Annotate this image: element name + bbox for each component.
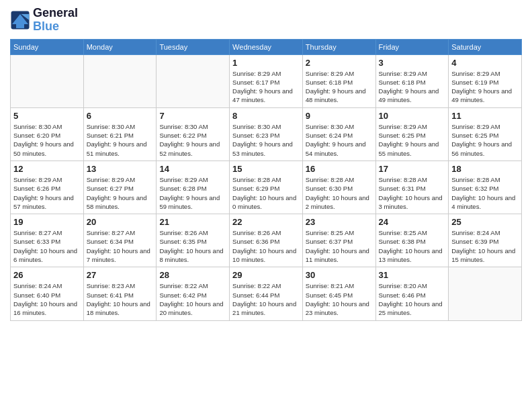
day-info: Sunrise: 8:29 AM Sunset: 6:18 PM Dayligh… [306, 69, 373, 105]
calendar-cell [449, 267, 522, 320]
day-number: 11 [451, 111, 519, 121]
day-number: 1 [232, 58, 300, 68]
calendar-day-header: Monday [83, 39, 157, 54]
day-info: Sunrise: 8:29 AM Sunset: 6:17 PM Dayligh… [232, 69, 300, 105]
calendar-day-header: Sunday [11, 39, 84, 54]
day-number: 25 [451, 217, 519, 227]
day-number: 23 [306, 217, 373, 227]
day-number: 7 [159, 111, 226, 121]
day-number: 17 [379, 164, 446, 174]
day-info: Sunrise: 8:25 AM Sunset: 6:38 PM Dayligh… [379, 228, 446, 264]
header: General Blue [10, 7, 522, 34]
calendar-cell: 19Sunrise: 8:27 AM Sunset: 6:33 PM Dayli… [11, 214, 84, 267]
day-number: 2 [306, 58, 373, 68]
day-number: 22 [232, 217, 300, 227]
day-info: Sunrise: 8:30 AM Sunset: 6:22 PM Dayligh… [159, 122, 226, 158]
day-info: Sunrise: 8:29 AM Sunset: 6:28 PM Dayligh… [159, 175, 226, 211]
day-number: 21 [159, 217, 226, 227]
day-number: 28 [159, 270, 226, 280]
calendar-cell: 8Sunrise: 8:30 AM Sunset: 6:23 PM Daylig… [230, 107, 303, 161]
day-number: 4 [451, 58, 519, 68]
day-number: 15 [232, 164, 300, 174]
calendar-cell: 22Sunrise: 8:26 AM Sunset: 6:36 PM Dayli… [230, 214, 303, 267]
calendar-cell: 17Sunrise: 8:28 AM Sunset: 6:31 PM Dayli… [375, 161, 449, 214]
day-info: Sunrise: 8:30 AM Sunset: 6:23 PM Dayligh… [232, 122, 300, 158]
day-info: Sunrise: 8:26 AM Sunset: 6:36 PM Dayligh… [232, 228, 300, 264]
day-info: Sunrise: 8:28 AM Sunset: 6:30 PM Dayligh… [306, 175, 373, 211]
calendar-day-header: Friday [375, 39, 449, 54]
day-info: Sunrise: 8:29 AM Sunset: 6:26 PM Dayligh… [13, 175, 81, 211]
day-info: Sunrise: 8:29 AM Sunset: 6:25 PM Dayligh… [379, 122, 446, 158]
calendar-cell: 1Sunrise: 8:29 AM Sunset: 6:17 PM Daylig… [230, 54, 303, 107]
day-number: 29 [232, 270, 300, 280]
calendar-cell [11, 54, 84, 107]
day-info: Sunrise: 8:28 AM Sunset: 6:32 PM Dayligh… [451, 175, 519, 211]
day-number: 8 [232, 111, 300, 121]
calendar-cell: 5Sunrise: 8:30 AM Sunset: 6:20 PM Daylig… [11, 107, 84, 161]
calendar-cell: 25Sunrise: 8:24 AM Sunset: 6:39 PM Dayli… [449, 214, 522, 267]
day-number: 19 [13, 217, 81, 227]
day-info: Sunrise: 8:30 AM Sunset: 6:24 PM Dayligh… [306, 122, 373, 158]
calendar-table: SundayMondayTuesdayWednesdayThursdayFrid… [10, 39, 522, 321]
day-info: Sunrise: 8:30 AM Sunset: 6:20 PM Dayligh… [13, 122, 81, 158]
day-number: 10 [379, 111, 446, 121]
calendar-cell: 27Sunrise: 8:23 AM Sunset: 6:41 PM Dayli… [83, 267, 157, 320]
day-info: Sunrise: 8:30 AM Sunset: 6:21 PM Dayligh… [87, 122, 154, 158]
calendar-cell: 20Sunrise: 8:27 AM Sunset: 6:34 PM Dayli… [83, 214, 157, 267]
day-info: Sunrise: 8:29 AM Sunset: 6:19 PM Dayligh… [451, 69, 519, 105]
day-info: Sunrise: 8:22 AM Sunset: 6:42 PM Dayligh… [159, 281, 226, 317]
calendar-cell: 2Sunrise: 8:29 AM Sunset: 6:18 PM Daylig… [302, 54, 375, 107]
day-info: Sunrise: 8:29 AM Sunset: 6:25 PM Dayligh… [451, 122, 519, 158]
calendar-cell [157, 54, 230, 107]
day-info: Sunrise: 8:27 AM Sunset: 6:33 PM Dayligh… [13, 228, 81, 264]
calendar-cell: 9Sunrise: 8:30 AM Sunset: 6:24 PM Daylig… [302, 107, 375, 161]
calendar-week-row: 5Sunrise: 8:30 AM Sunset: 6:20 PM Daylig… [11, 107, 522, 161]
day-info: Sunrise: 8:23 AM Sunset: 6:41 PM Dayligh… [87, 281, 154, 317]
day-number: 12 [13, 164, 81, 174]
calendar-cell: 29Sunrise: 8:22 AM Sunset: 6:44 PM Dayli… [230, 267, 303, 320]
day-number: 6 [87, 111, 154, 121]
calendar-day-header: Wednesday [230, 39, 303, 54]
calendar-day-header: Tuesday [157, 39, 230, 54]
calendar-cell: 10Sunrise: 8:29 AM Sunset: 6:25 PM Dayli… [375, 107, 449, 161]
calendar-week-row: 12Sunrise: 8:29 AM Sunset: 6:26 PM Dayli… [11, 161, 522, 214]
day-number: 26 [13, 270, 81, 280]
calendar-week-row: 26Sunrise: 8:24 AM Sunset: 6:40 PM Dayli… [11, 267, 522, 320]
calendar-cell: 12Sunrise: 8:29 AM Sunset: 6:26 PM Dayli… [11, 161, 84, 214]
logo-text: General Blue [33, 7, 78, 34]
calendar-cell: 3Sunrise: 8:29 AM Sunset: 6:18 PM Daylig… [375, 54, 449, 107]
calendar-cell: 13Sunrise: 8:29 AM Sunset: 6:27 PM Dayli… [83, 161, 157, 214]
day-number: 3 [379, 58, 446, 68]
day-info: Sunrise: 8:20 AM Sunset: 6:46 PM Dayligh… [379, 281, 446, 317]
day-info: Sunrise: 8:28 AM Sunset: 6:29 PM Dayligh… [232, 175, 300, 211]
day-number: 9 [306, 111, 373, 121]
day-number: 30 [306, 270, 373, 280]
calendar-cell: 14Sunrise: 8:29 AM Sunset: 6:28 PM Dayli… [157, 161, 230, 214]
day-info: Sunrise: 8:22 AM Sunset: 6:44 PM Dayligh… [232, 281, 300, 317]
day-info: Sunrise: 8:26 AM Sunset: 6:35 PM Dayligh… [159, 228, 226, 264]
calendar-week-row: 1Sunrise: 8:29 AM Sunset: 6:17 PM Daylig… [11, 54, 522, 107]
day-info: Sunrise: 8:29 AM Sunset: 6:18 PM Dayligh… [379, 69, 446, 105]
day-number: 27 [87, 270, 154, 280]
calendar-cell: 4Sunrise: 8:29 AM Sunset: 6:19 PM Daylig… [449, 54, 522, 107]
day-info: Sunrise: 8:25 AM Sunset: 6:37 PM Dayligh… [306, 228, 373, 264]
calendar-cell: 18Sunrise: 8:28 AM Sunset: 6:32 PM Dayli… [449, 161, 522, 214]
calendar-cell [83, 54, 157, 107]
day-info: Sunrise: 8:28 AM Sunset: 6:31 PM Dayligh… [379, 175, 446, 211]
calendar-cell: 7Sunrise: 8:30 AM Sunset: 6:22 PM Daylig… [157, 107, 230, 161]
day-number: 14 [159, 164, 226, 174]
day-number: 13 [87, 164, 154, 174]
day-info: Sunrise: 8:24 AM Sunset: 6:40 PM Dayligh… [13, 281, 81, 317]
day-number: 18 [451, 164, 519, 174]
calendar-cell: 6Sunrise: 8:30 AM Sunset: 6:21 PM Daylig… [83, 107, 157, 161]
calendar-cell: 21Sunrise: 8:26 AM Sunset: 6:35 PM Dayli… [157, 214, 230, 267]
day-number: 16 [306, 164, 373, 174]
day-number: 20 [87, 217, 154, 227]
day-number: 24 [379, 217, 446, 227]
calendar-cell: 16Sunrise: 8:28 AM Sunset: 6:30 PM Dayli… [302, 161, 375, 214]
page: General Blue SundayMondayTuesdayWednesda… [0, 0, 532, 411]
logo: General Blue [10, 7, 78, 34]
day-info: Sunrise: 8:27 AM Sunset: 6:34 PM Dayligh… [87, 228, 154, 264]
calendar-cell: 31Sunrise: 8:20 AM Sunset: 6:46 PM Dayli… [375, 267, 449, 320]
calendar-cell: 23Sunrise: 8:25 AM Sunset: 6:37 PM Dayli… [302, 214, 375, 267]
